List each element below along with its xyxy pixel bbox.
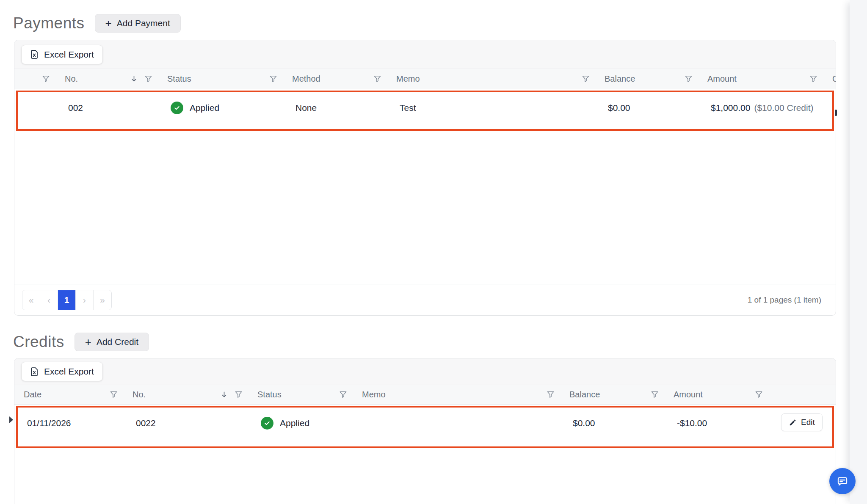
column-header-memo[interactable]: Memo (387, 69, 595, 89)
credit-cell-no: 0022 (127, 408, 251, 446)
credits-grid-toolbar: Excel Export (14, 358, 836, 385)
column-header-status[interactable]: Status (248, 385, 353, 404)
column-header-amount[interactable]: Amount (664, 385, 768, 404)
payment-cell-amount: $1,000.00($10.00 Credit) (701, 92, 826, 129)
payment-cell-memo: Test (390, 92, 599, 129)
pager-next-button[interactable]: › (76, 290, 94, 310)
add-credit-label: Add Credit (97, 337, 138, 347)
column-header-no[interactable]: No. (123, 385, 248, 404)
excel-export-button[interactable]: Excel Export (22, 45, 102, 64)
payment-cell-status: Applied (161, 92, 286, 129)
chat-fab-button[interactable] (829, 468, 856, 494)
sort-desc-icon (130, 75, 138, 83)
payment-amount-value: $1,000.00 (711, 103, 750, 113)
add-payment-label: Add Payment (117, 18, 170, 28)
payment-cell-method: None (286, 92, 390, 129)
payments-title: Payments (13, 14, 85, 32)
column-header-commands (768, 385, 836, 404)
payment-row[interactable]: 002 Applied None Test $0.00 $1,000.00($1… (16, 91, 834, 131)
payments-section-header: Payments + Add Payment (13, 14, 181, 33)
excel-file-icon (30, 367, 39, 377)
column-header-status[interactable]: Status (158, 69, 283, 89)
payment-cell-balance: $0.00 (599, 92, 701, 129)
pager-first-button[interactable]: « (22, 290, 40, 310)
credit-cell-amount: -$10.00 (668, 408, 772, 446)
payments-grid-toolbar: Excel Export (14, 40, 836, 69)
column-header-memo[interactable]: Memo (353, 385, 560, 404)
filter-icon[interactable] (754, 390, 763, 399)
pager-prev-button[interactable]: ‹ (40, 290, 58, 310)
filter-icon[interactable] (269, 74, 278, 83)
filter-icon[interactable] (144, 74, 153, 83)
check-circle-icon (171, 102, 183, 114)
side-panel-edge (850, 0, 867, 504)
credits-grid-header: Date No. Status Me (14, 385, 836, 405)
payments-credits-page: Payments + Add Payment Excel Export (0, 0, 867, 504)
payments-pager-bar: « ‹ 1 › » 1 of 1 pages (1 item) (14, 284, 836, 315)
credits-title: Credits (13, 333, 64, 351)
pager-page-1-button[interactable]: 1 (58, 290, 76, 310)
filter-icon[interactable] (109, 390, 118, 399)
pager: « ‹ 1 › » (22, 290, 112, 310)
pager-info: 1 of 1 pages (1 item) (748, 295, 828, 305)
column-header-method[interactable]: Method (283, 69, 387, 89)
check-circle-icon (261, 417, 273, 430)
add-payment-button[interactable]: + Add Payment (95, 14, 181, 33)
column-header-clipped[interactable]: C (823, 69, 836, 89)
credit-cell-date: 01/11/2026 (18, 408, 127, 446)
payment-amount-note: ($10.00 Credit) (754, 103, 813, 113)
filter-icon[interactable] (373, 74, 382, 83)
filter-icon[interactable] (41, 74, 50, 83)
credit-cell-balance: $0.00 (563, 408, 668, 446)
excel-export-label: Excel Export (44, 366, 94, 377)
credits-grid-panel: Excel Export Date No. Status (14, 358, 836, 504)
filter-icon[interactable] (650, 390, 659, 399)
payment-cell-no: 002 (59, 92, 161, 129)
filter-icon[interactable] (684, 74, 693, 83)
filter-icon[interactable] (546, 390, 555, 399)
payments-grid-panel: Excel Export No. Status (14, 40, 836, 316)
row-focus-caret-icon (9, 416, 13, 423)
credit-cell-commands: Edit (772, 408, 832, 446)
edit-button[interactable]: Edit (781, 413, 823, 431)
column-header-no[interactable]: No. (55, 69, 158, 89)
edit-button-label: Edit (801, 418, 815, 427)
credits-section-header: Credits + Add Credit (13, 333, 149, 351)
column-header-balance[interactable]: Balance (595, 69, 698, 89)
credit-cell-status: Applied (251, 408, 356, 446)
credit-status-label: Applied (280, 417, 309, 428)
plus-icon: + (85, 336, 91, 347)
credit-cell-memo (356, 408, 563, 446)
clipped-edit-button-fragment (835, 110, 837, 116)
payment-status-label: Applied (190, 102, 219, 113)
column-header-date[interactable]: Date (14, 385, 123, 404)
sort-desc-icon (220, 391, 228, 399)
pager-last-button[interactable]: » (94, 290, 111, 310)
column-header-balance[interactable]: Balance (560, 385, 664, 404)
payment-cell-indicator (18, 92, 59, 129)
filter-icon[interactable] (234, 390, 243, 399)
excel-export-button[interactable]: Excel Export (22, 362, 102, 381)
filter-icon[interactable] (809, 74, 818, 83)
excel-file-icon (30, 50, 39, 59)
add-credit-button[interactable]: + Add Credit (75, 333, 149, 351)
column-header-indicator[interactable] (14, 69, 55, 89)
plus-icon: + (105, 18, 112, 29)
credit-row[interactable]: 01/11/2026 0022 Applied $0.00 -$10.00 E (16, 406, 834, 448)
filter-icon[interactable] (339, 390, 348, 399)
column-header-amount[interactable]: Amount (698, 69, 823, 89)
filter-icon[interactable] (581, 74, 590, 83)
excel-export-label: Excel Export (44, 50, 94, 60)
payments-grid-header: No. Status Method (14, 69, 836, 89)
chat-bubble-icon (835, 474, 850, 488)
pencil-icon (789, 419, 797, 427)
